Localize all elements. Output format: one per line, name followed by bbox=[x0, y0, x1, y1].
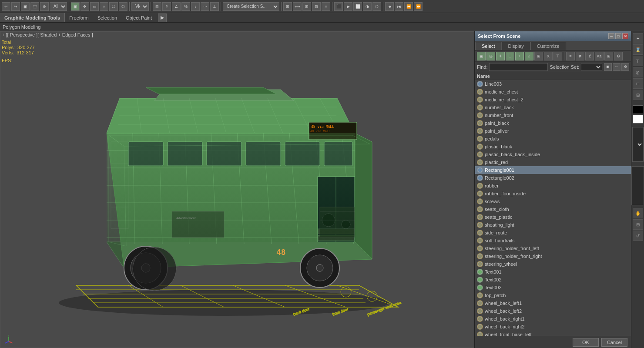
menu-selection[interactable]: Selection bbox=[93, 13, 121, 22]
list-item[interactable]: number_front bbox=[475, 111, 631, 119]
tool-light-btn[interactable]: ☀ bbox=[496, 52, 505, 60]
list-item[interactable]: rubber bbox=[475, 182, 631, 190]
list-item[interactable]: wheel_back_left1 bbox=[475, 299, 631, 307]
list-item[interactable]: plastic_black bbox=[475, 143, 631, 151]
color-swatch-white[interactable] bbox=[633, 115, 643, 124]
vertex-snap-icon[interactable]: ⊥ bbox=[210, 2, 219, 11]
layer-icon[interactable]: ≡ bbox=[322, 2, 330, 11]
object-list[interactable]: Line003medicine_chestmedicine_chest_2num… bbox=[475, 80, 631, 336]
tool-camera-btn[interactable]: □ bbox=[506, 52, 514, 60]
list-item[interactable]: Text002 bbox=[475, 276, 631, 284]
find-select-btn[interactable]: ▣ bbox=[604, 63, 612, 71]
create-selection-dropdown[interactable]: Create Selection S... bbox=[223, 2, 279, 11]
select-icon[interactable]: ▣ bbox=[21, 2, 30, 11]
material-slot-dropdown[interactable] bbox=[632, 127, 644, 162]
list-item[interactable]: side_route bbox=[475, 229, 631, 237]
create-panel-btn[interactable]: ✦ bbox=[633, 33, 643, 44]
list-item[interactable]: wheel_back_right2 bbox=[475, 323, 631, 331]
list-item[interactable]: sheating_light bbox=[475, 221, 631, 229]
tool-spacewarp-btn[interactable]: ⌂ bbox=[525, 52, 533, 60]
selection-set-dropdown[interactable] bbox=[581, 63, 602, 71]
spinner-snap-icon[interactable]: ↕ bbox=[191, 2, 200, 11]
select-region-icon[interactable]: ⬚ bbox=[30, 2, 39, 11]
find-input[interactable] bbox=[489, 63, 548, 71]
display-panel-btn[interactable]: □ bbox=[633, 78, 643, 89]
menu-tab-btn[interactable]: ▶ bbox=[158, 13, 167, 22]
list-item[interactable]: Rectangle002 bbox=[475, 174, 631, 182]
3d-snap-icon[interactable]: 3 bbox=[162, 2, 171, 11]
tool-none-btn[interactable]: ≢ bbox=[576, 52, 584, 60]
list-item[interactable]: plastic_black_back_inside bbox=[475, 151, 631, 158]
pick-material-btn[interactable]: ✋ bbox=[633, 208, 643, 218]
cancel-button[interactable]: Cancel bbox=[601, 338, 627, 347]
tool-bone-btn[interactable]: ⊤ bbox=[553, 52, 562, 60]
paint-select-icon[interactable]: ⬡ bbox=[119, 2, 127, 11]
ok-button[interactable]: OK bbox=[573, 338, 599, 347]
edit-named-icon[interactable]: ⊞ bbox=[283, 2, 292, 11]
tool-all-btn[interactable]: ≡ bbox=[566, 52, 575, 60]
list-item[interactable]: rubber_floor_inside bbox=[475, 190, 631, 197]
list-item[interactable]: Rectangle001 bbox=[475, 166, 631, 174]
tool-filter-btn[interactable]: ⊞ bbox=[604, 52, 613, 60]
motion-panel-btn[interactable]: ◎ bbox=[633, 67, 643, 77]
align-icon[interactable]: ⊟ bbox=[312, 2, 321, 11]
list-item[interactable]: steering_holder_front_left bbox=[475, 244, 631, 252]
list-item[interactable]: paint_silver bbox=[475, 127, 631, 135]
dialog-maximize-btn[interactable]: □ bbox=[615, 33, 621, 39]
list-item[interactable]: medicine_chest bbox=[475, 88, 631, 96]
list-item[interactable]: number_back bbox=[475, 104, 631, 111]
list-item[interactable]: wheel_front_base_left bbox=[475, 331, 631, 336]
menu-object-paint[interactable]: Object Paint bbox=[121, 13, 156, 22]
undo-icon[interactable]: ↩ bbox=[2, 2, 10, 11]
reset-map-btn[interactable]: ↺ bbox=[633, 231, 643, 241]
render-icon[interactable]: ▶ bbox=[344, 2, 352, 11]
snap-icon[interactable]: ⊞ bbox=[153, 2, 161, 11]
menu-freeform[interactable]: Freeform bbox=[65, 13, 93, 22]
material-editor-icon[interactable]: ⬡ bbox=[372, 2, 381, 11]
list-item[interactable]: paint_black bbox=[475, 119, 631, 127]
utilities-panel-btn[interactable]: ⊞ bbox=[633, 90, 643, 100]
dialog-close-btn[interactable]: ✕ bbox=[622, 33, 628, 39]
list-item[interactable]: medicine_chest_2 bbox=[475, 96, 631, 104]
angle-snap-icon[interactable]: ∠ bbox=[172, 2, 181, 11]
list-item[interactable]: steering_wheel bbox=[475, 260, 631, 268]
list-item[interactable]: soft_handrails bbox=[475, 237, 631, 244]
dialog-minimize-btn[interactable]: ─ bbox=[608, 33, 614, 39]
play-anim-icon[interactable]: ⏩ bbox=[414, 2, 423, 11]
redo-icon[interactable]: ↪ bbox=[11, 2, 20, 11]
render-setup-icon[interactable]: ⬛ bbox=[334, 2, 343, 11]
list-item[interactable]: seats_plastic bbox=[475, 213, 631, 221]
tool-xref-btn[interactable]: X bbox=[544, 52, 553, 60]
tab-select[interactable]: Select bbox=[475, 42, 502, 50]
active-shade-icon[interactable]: ◑ bbox=[363, 2, 372, 11]
tool-invert-btn[interactable]: ⊻ bbox=[585, 52, 594, 60]
list-item[interactable]: top_patch bbox=[475, 291, 631, 299]
modify-panel-btn[interactable]: ⌛ bbox=[633, 44, 643, 55]
rect-select-icon[interactable]: ▭ bbox=[90, 2, 99, 11]
list-item[interactable]: pedals bbox=[475, 135, 631, 143]
assign-material-btn[interactable]: ⊞ bbox=[633, 219, 643, 230]
view-dropdown[interactable]: View bbox=[131, 2, 149, 11]
list-item[interactable]: wheel_back_left2 bbox=[475, 307, 631, 315]
find-highlight-btn[interactable]: ⋯ bbox=[613, 63, 621, 71]
render-frame-icon[interactable]: ⬜ bbox=[353, 2, 362, 11]
tool-group-btn[interactable]: ⊞ bbox=[534, 52, 543, 60]
tool-helper-btn[interactable]: + bbox=[515, 52, 524, 60]
lasso-select-icon[interactable]: ⬠ bbox=[109, 2, 118, 11]
tab-display[interactable]: Display bbox=[502, 42, 530, 50]
next-key-icon[interactable]: ⏩ bbox=[404, 2, 413, 11]
list-item[interactable]: wheel_back_right1 bbox=[475, 315, 631, 323]
array-icon[interactable]: ⊞ bbox=[302, 2, 311, 11]
list-item[interactable]: screws bbox=[475, 197, 631, 205]
tool-case-btn[interactable]: Aa bbox=[595, 52, 604, 60]
play-icon[interactable]: ⏮ bbox=[385, 2, 394, 11]
move-icon[interactable]: ✥ bbox=[80, 2, 89, 11]
tab-customize[interactable]: Customize bbox=[530, 42, 566, 50]
tool-settings-btn[interactable]: ⚙ bbox=[614, 52, 623, 60]
find-settings-btn[interactable]: ⚙ bbox=[621, 63, 629, 71]
list-item[interactable]: seats_cloth bbox=[475, 205, 631, 213]
mirror-icon[interactable]: ⟺ bbox=[293, 2, 302, 11]
select-filter-icon[interactable]: ▣ bbox=[71, 2, 80, 11]
filter-dropdown[interactable]: All bbox=[50, 2, 67, 11]
list-item[interactable]: steering_holder_front_right bbox=[475, 252, 631, 260]
